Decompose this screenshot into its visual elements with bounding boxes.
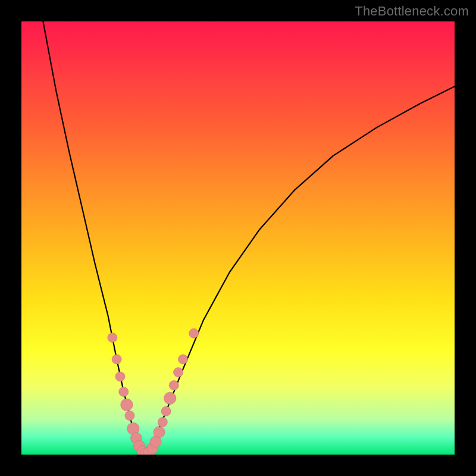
data-marker (154, 427, 165, 438)
plot-area (21, 21, 455, 455)
data-marker (174, 368, 183, 377)
data-marker (158, 417, 167, 427)
data-marker (115, 372, 125, 381)
data-marker (108, 333, 117, 342)
data-marker (119, 387, 129, 396)
data-marker (125, 411, 134, 420)
data-marker (169, 381, 178, 390)
data-marker (161, 406, 171, 416)
chart-svg (21, 21, 455, 455)
data-marker (164, 392, 176, 404)
bottleneck-curve (43, 21, 455, 453)
data-markers (108, 328, 199, 455)
curve-path (43, 21, 455, 453)
data-marker (189, 328, 199, 338)
data-marker (112, 355, 121, 364)
data-marker (178, 355, 188, 364)
chart-frame: TheBottleneck.com (0, 0, 476, 476)
watermark-text: TheBottleneck.com (355, 4, 469, 19)
data-marker (121, 399, 133, 411)
